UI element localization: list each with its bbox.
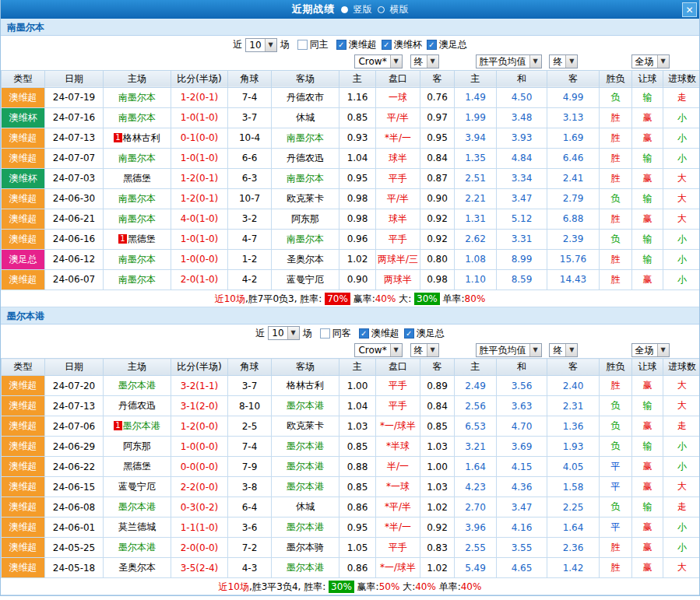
match-row: 澳维超24-06-21南墨尔本4-0(1-0)3-2阿东那0.98球半0.921…	[2, 209, 700, 229]
layout-radio-horizontal[interactable]	[378, 6, 385, 13]
euro-provider-select[interactable]: 胜平负均值▼	[476, 54, 542, 68]
asia-handicap: 平手	[376, 538, 420, 558]
home-team: 1墨尔本港	[104, 416, 171, 437]
asia-odds-selects: Crow*▼ 终▼	[339, 54, 455, 70]
home-team-name: 丹德农迅	[118, 400, 156, 411]
summary-segment: 70%	[325, 293, 350, 305]
asia-home-odds: 0.96	[339, 229, 376, 249]
title-bar: 近期战绩 竖版 横版 ✕	[1, 0, 699, 19]
match-count-select[interactable]: 10▼	[245, 38, 276, 52]
col-asia-home: 主	[339, 359, 376, 376]
away-team-name: 墨尔本港	[287, 481, 324, 492]
layout-radio-vertical[interactable]	[341, 6, 348, 13]
result-handicap: 输	[632, 148, 663, 168]
match-count-select[interactable]: 10▼	[268, 326, 299, 340]
match-date: 24-06-15	[45, 477, 104, 497]
away-team-name: 丹德农市	[287, 92, 324, 103]
euro-away-odds: 1.93	[547, 437, 600, 457]
asia-provider-select[interactable]: Crow*▼	[354, 343, 402, 357]
checkbox-unchecked-icon[interactable]	[297, 40, 308, 50]
scope-select[interactable]: 全场▼	[631, 54, 670, 68]
neutral-ground-badge: 1	[118, 234, 126, 244]
filter-bar: 近 10▼ 场 同客 ✓澳维超✓澳足总	[1, 325, 699, 342]
match-date: 24-07-13	[45, 396, 104, 416]
asia-home-odds: 0.90	[339, 269, 376, 289]
final-score: 1-2(0-0)	[171, 416, 228, 437]
final-score: 3-1(2-0)	[171, 396, 228, 416]
home-team: 南墨尔本	[104, 209, 171, 229]
selects-row-spacer	[2, 342, 339, 359]
home-team-name: 南墨尔本	[118, 92, 156, 103]
home-team-name: 格林古利	[123, 132, 160, 143]
summary-segment: 40%	[375, 293, 396, 304]
asia-away-odds: 1.02	[420, 558, 455, 578]
final-score: 2-0(0-0)	[171, 538, 228, 558]
section-title: 墨尔本港	[1, 307, 699, 325]
summary-segment: 近10场	[215, 293, 245, 304]
league-filter[interactable]: ✓澳维超	[336, 38, 377, 51]
home-team-name: 南墨尔本	[118, 274, 156, 285]
asia-away-odds: 0.98	[420, 269, 455, 289]
col-euro-home: 主	[455, 359, 497, 376]
checkbox-checked-icon[interactable]: ✓	[404, 328, 414, 339]
asia-stage-select[interactable]: 终▼	[410, 343, 439, 357]
checkbox-checked-icon[interactable]: ✓	[382, 40, 392, 50]
close-icon[interactable]: ✕	[682, 2, 697, 17]
checkbox-checked-icon[interactable]: ✓	[427, 40, 437, 50]
euro-stage-select[interactable]: 终▼	[549, 343, 578, 357]
result-wdl: 负	[600, 188, 632, 209]
euro-draw-odds: 3.93	[497, 128, 547, 148]
home-team: 南墨尔本	[104, 188, 171, 209]
summary-line: 近10场,胜7平0负3, 胜率: 70% 赢率:40% 大: 30% 单率:80…	[1, 290, 699, 307]
asia-home-odds: 0.85	[339, 107, 376, 128]
result-wdl: 负	[600, 437, 632, 457]
league-filter[interactable]: ✓澳维杯	[382, 38, 422, 51]
away-team-name: 墨尔本港	[287, 562, 324, 573]
asia-provider-select[interactable]: Crow*▼	[354, 54, 402, 68]
asia-away-odds: 0.97	[420, 107, 455, 128]
match-date: 24-07-03	[45, 168, 104, 188]
league-filter[interactable]: ✓澳足总	[404, 327, 445, 340]
home-team: 南墨尔本	[104, 107, 171, 128]
league-filter[interactable]: ✓澳维超	[359, 327, 399, 340]
euro-home-odds: 2.62	[455, 229, 497, 249]
league-filter[interactable]: ✓澳足总	[427, 38, 467, 51]
asia-stage-select[interactable]: 终▼	[410, 54, 439, 68]
league-filter-label: 澳足总	[417, 327, 445, 340]
euro-provider-select[interactable]: 胜平负均值▼	[476, 343, 542, 357]
asia-handicap: *一球	[376, 477, 420, 497]
result-handicap: 赢	[632, 376, 663, 396]
result-wdl: 胜	[600, 148, 632, 168]
scope-select[interactable]: 全场▼	[631, 343, 670, 357]
euro-home-odds: 1.10	[455, 269, 497, 289]
corner-count: 3-2	[228, 209, 272, 229]
checkbox-unchecked-icon[interactable]	[320, 328, 330, 339]
result-goals: 走	[663, 87, 700, 107]
summary-segment: 30%	[329, 581, 354, 593]
home-team-name: 南墨尔本	[118, 193, 156, 204]
checkbox-checked-icon[interactable]: ✓	[359, 328, 369, 339]
col-let: 让球	[632, 359, 663, 376]
checkbox-checked-icon[interactable]: ✓	[336, 40, 346, 50]
same-venue-filter[interactable]: 同主	[297, 38, 329, 51]
euro-away-odds: 15.76	[547, 249, 600, 269]
result-handicap: 赢	[632, 558, 663, 578]
col-goals: 进球数	[663, 70, 700, 87]
layout-radio-vertical-label[interactable]: 竖版	[354, 3, 372, 16]
result-goals: 大	[663, 209, 700, 229]
result-handicap: 赢	[632, 107, 663, 128]
final-score: 2-2(0-0)	[171, 477, 228, 497]
euro-stage-select[interactable]: 终▼	[549, 54, 578, 68]
euro-away-odds: 6.46	[547, 148, 600, 168]
corner-count: 8-10	[228, 396, 272, 416]
chevron-down-icon: ▼	[390, 55, 402, 68]
final-score: 3-2(1-1)	[171, 376, 228, 396]
same-venue-filter[interactable]: 同客	[320, 327, 351, 340]
away-team-name: 休城	[296, 112, 315, 123]
match-date: 24-06-30	[45, 188, 104, 209]
away-team: 丹德农市	[272, 87, 339, 107]
layout-radio-horizontal-label[interactable]: 横版	[390, 3, 409, 16]
asia-home-odds: 0.85	[339, 437, 376, 457]
col-goals: 进球数	[663, 359, 700, 376]
home-team-name: 黑德堡	[123, 173, 151, 184]
